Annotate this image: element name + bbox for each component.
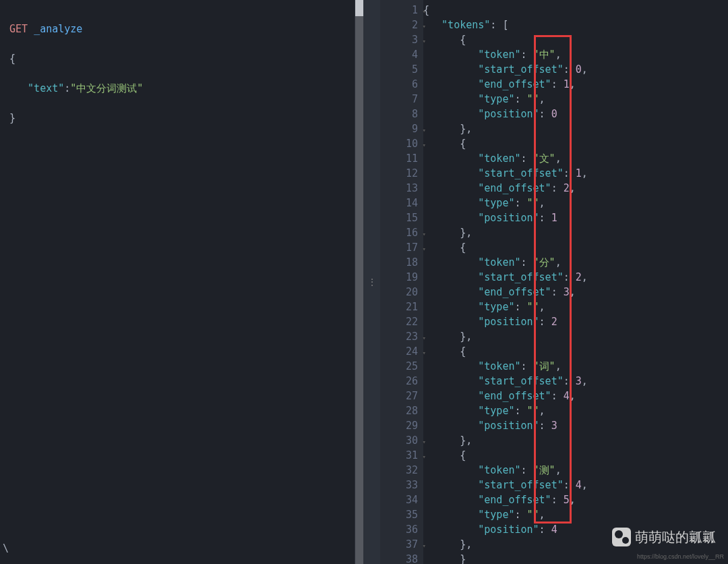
- line-number: 33: [380, 478, 423, 492]
- endpoint: _analyze: [34, 23, 82, 35]
- line-number: 20: [380, 285, 423, 300]
- line-number: 4: [380, 47, 423, 62]
- line-number: 25: [380, 359, 423, 374]
- line-number: 36: [380, 522, 423, 537]
- line-number: 3: [380, 32, 423, 47]
- response-editor-pane[interactable]: 1234567891011121314151617181920212223242…: [380, 0, 728, 564]
- line-number: 37: [380, 537, 423, 552]
- request-code[interactable]: GET _analyze { "text":"中文分词测试" }: [0, 0, 364, 162]
- line-number: 2: [380, 18, 423, 32]
- line-number: 9: [380, 121, 423, 136]
- line-number: 26: [380, 374, 423, 389]
- footer-url: https://blog.csdn.net/lovely__RR: [637, 553, 724, 560]
- line-number-gutter: 1234567891011121314151617181920212223242…: [380, 0, 423, 564]
- line-number: 12: [380, 166, 423, 181]
- line-number: 10: [380, 136, 423, 151]
- line-number: 23: [380, 329, 423, 344]
- line-number: 14: [380, 196, 423, 210]
- http-method: GET: [9, 23, 28, 35]
- line-number: 16: [380, 225, 423, 240]
- scrollbar-thumb[interactable]: [355, 0, 363, 16]
- line-number: 27: [380, 389, 423, 403]
- line-number: 1: [380, 3, 423, 18]
- line-number: 6: [380, 77, 423, 92]
- line-number: 29: [380, 418, 423, 433]
- line-number: 7: [380, 92, 423, 107]
- pane-divider[interactable]: ⋮: [364, 0, 380, 564]
- line-number: 11: [380, 151, 423, 166]
- line-number: 22: [380, 314, 423, 329]
- scrollbar-track[interactable]: [355, 16, 363, 564]
- line-number: 21: [380, 300, 423, 314]
- left-scrollbar[interactable]: [355, 0, 364, 564]
- line-number: 19: [380, 270, 423, 285]
- line-number: 15: [380, 210, 423, 225]
- line-number: 5: [380, 62, 423, 77]
- line-number: 38: [380, 552, 423, 564]
- line-number: 34: [380, 492, 423, 507]
- cursor-indicator: \: [3, 542, 9, 555]
- line-number: 35: [380, 507, 423, 522]
- line-number: 28: [380, 403, 423, 418]
- line-number: 24: [380, 344, 423, 359]
- line-number: 18: [380, 255, 423, 270]
- line-number: 32: [380, 463, 423, 478]
- line-number: 31: [380, 448, 423, 463]
- line-number: 30: [380, 433, 423, 448]
- request-editor-pane[interactable]: GET _analyze { "text":"中文分词测试" } \: [0, 0, 364, 564]
- line-number: 17: [380, 240, 423, 255]
- line-number: 8: [380, 107, 423, 121]
- line-number: 13: [380, 181, 423, 196]
- divider-handle-icon[interactable]: ⋮: [368, 277, 377, 287]
- response-code[interactable]: { "tokens": [ { "token": "中", "start_off…: [423, 0, 728, 564]
